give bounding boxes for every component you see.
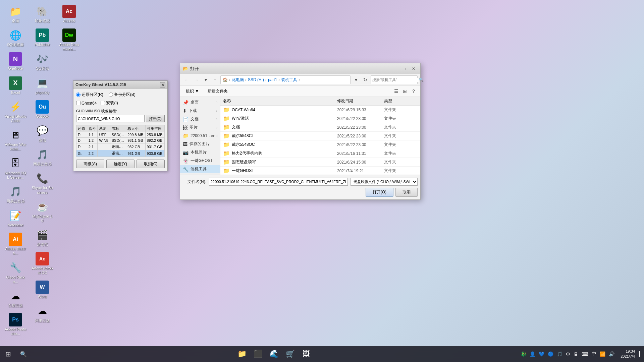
- sidebar-item-pictures[interactable]: 🖼 图片 ›: [180, 123, 220, 132]
- table-row[interactable]: G: 2:2 逻辑… 931 GB 930.8 GB: [76, 150, 165, 157]
- close-button[interactable]: ✕: [410, 65, 418, 72]
- filetype-select[interactable]: 光盘映像文件 (*.GHO;*.WIM;*.SWI: [351, 178, 418, 186]
- desktop-icon-illustrator[interactable]: Ai Adobe Illustra...: [3, 231, 28, 257]
- col-type-header[interactable]: 类型: [384, 98, 418, 104]
- advanced-button[interactable]: 高级(A): [76, 160, 104, 168]
- file-row[interactable]: 📁 一键GHOST 2021/7/4 19:21 文件夹: [220, 167, 420, 175]
- tray-icon-7[interactable]: ⌨: [581, 351, 589, 357]
- desktop-icon-aliyun[interactable]: ☁ 阿里云盘: [30, 303, 54, 324]
- maximize-button[interactable]: □: [400, 65, 408, 72]
- desktop-icon-vmware[interactable]: 🖥 VMware Workstat...: [3, 127, 28, 153]
- volume-icon[interactable]: 🔊: [608, 351, 615, 357]
- up-button[interactable]: ↑: [211, 76, 219, 84]
- table-row[interactable]: F: 2:1 逻辑… 932 GB 931.7 GB: [76, 143, 165, 150]
- search-input[interactable]: [372, 78, 419, 82]
- desktop-icon-word[interactable]: W Word: [30, 279, 54, 300]
- desktop-icon-neteasemusic[interactable]: 🎵 网易云音乐: [3, 184, 28, 205]
- tray-icon-6[interactable]: ⚙: [565, 351, 571, 357]
- open-path-button[interactable]: 打开(O): [146, 115, 165, 122]
- breadcrumb-expand-button[interactable]: ▾: [352, 76, 360, 84]
- cancel-button[interactable]: 取消(C): [137, 160, 165, 168]
- minimize-button[interactable]: ─: [391, 65, 399, 72]
- filename-input[interactable]: [209, 178, 348, 186]
- desktop-icon-outlook[interactable]: Ou Outlook: [30, 99, 54, 120]
- confirm-button[interactable]: 确定(Y): [106, 160, 135, 168]
- breadcrumb-pc[interactable]: 此电脑: [232, 77, 244, 83]
- sidebar-item-downloads[interactable]: ⬇ 下载 ›: [180, 107, 220, 115]
- ghost64-checkbox[interactable]: Ghost64: [76, 100, 97, 106]
- table-row[interactable]: D: 1:2 WIN8 SSD(… 931.1 GB 892.2 GB: [76, 138, 165, 143]
- desktop-icon-access[interactable]: Ac Access: [57, 3, 81, 24]
- search-box[interactable]: 🔍: [371, 75, 418, 84]
- list-view-button[interactable]: ☰: [392, 87, 400, 95]
- desktop-icon-sql-server[interactable]: 🗄 Microsoft SQL Server...: [3, 156, 28, 181]
- desktop-icon-wechat[interactable]: 💬 微信: [30, 123, 54, 144]
- file-row[interactable]: 📁 格力2代手机内购 2021/5/16 11:31 文件夹: [220, 149, 420, 158]
- cancel-button[interactable]: 取消: [395, 188, 418, 197]
- breadcrumb-ssd[interactable]: SSD (H:): [248, 77, 264, 82]
- sidebar-item-camera[interactable]: 📷 本机照片: [180, 148, 220, 157]
- refresh-button[interactable]: ↻: [361, 76, 369, 84]
- desktop-icon-publisher[interactable]: Pb Publisher: [30, 27, 54, 48]
- restore-radio[interactable]: 还原分区(R): [76, 92, 103, 98]
- desktop-icon-iqiyi[interactable]: 🎬 爱奇艺: [30, 227, 54, 248]
- breadcrumb-tools[interactable]: 装机工具: [281, 77, 297, 83]
- taskbar-icon-explorer[interactable]: 📁: [234, 347, 249, 361]
- taskbar-icon-store[interactable]: 🛒: [283, 347, 298, 361]
- taskbar-clock[interactable]: 19:34 2021/7/4: [618, 349, 638, 359]
- desktop-icon-folder[interactable]: 📁 桌面: [3, 3, 28, 24]
- forward-button[interactable]: →: [192, 76, 200, 84]
- col-date-header[interactable]: 修改日期: [337, 98, 384, 104]
- desktop-icon-yinxiang[interactable]: 🐘 印象笔记: [30, 3, 54, 24]
- file-row[interactable]: 📁 文档 2021/5/22 23:00 文件夹: [220, 123, 420, 132]
- desktop-icon-dreamweaver[interactable]: Dw Adobe Dreamwea...: [57, 27, 81, 53]
- dropdown-button[interactable]: ▾: [202, 76, 210, 84]
- tray-icon-1[interactable]: 🐉: [520, 351, 527, 357]
- wifi-icon[interactable]: 📶: [599, 351, 606, 357]
- desktop-icon-qqmusic[interactable]: 🎶 QQ音乐: [30, 51, 54, 72]
- install-checkbox[interactable]: 安装(I): [101, 100, 118, 106]
- file-row[interactable]: 📁 戴尔5548CL 2021/5/22 23:00 文件夹: [220, 132, 420, 140]
- desktop-icon-phpstidy[interactable]: 💻 phpstidy: [30, 75, 54, 96]
- col-name-header[interactable]: 名称: [223, 98, 337, 104]
- breadcrumb[interactable]: 🏠 › 此电脑 › SSD (H:) › part1 › 装机工具 ›: [220, 75, 351, 84]
- breadcrumb-home[interactable]: 🏠: [223, 77, 228, 82]
- sidebar-item-documents[interactable]: 📄 文档 ›: [180, 115, 220, 123]
- desktop-icon-acrobat[interactable]: Ac Adobe Acrobat DC: [30, 251, 54, 276]
- file-row[interactable]: 📁 戴尔5548OC 2021/5/22 23:00 文件夹: [220, 140, 420, 149]
- desktop-icon-notepad[interactable]: 📝 Notebase: [3, 207, 28, 229]
- desktop-icon-netease2[interactable]: 🎵 网易云音乐: [30, 146, 54, 168]
- desktop-icon-cisco[interactable]: 🔧 Cisco Packe...: [3, 260, 28, 285]
- desktop-icon-skype[interactable]: 📞 Skype for Business: [30, 170, 54, 196]
- sidebar-item-ghost[interactable]: 👻 一键GHOST: [180, 157, 220, 165]
- tray-icon-4[interactable]: 🔵: [547, 351, 554, 357]
- desktop-icon-excel[interactable]: X Excel: [3, 75, 28, 96]
- grid-view-button[interactable]: ⊞: [401, 87, 409, 95]
- sidebar-item-desktop[interactable]: 📌 桌面 ›: [180, 98, 220, 107]
- tray-icon-2[interactable]: 👤: [529, 351, 536, 357]
- show-desktop-button[interactable]: ▎: [638, 351, 644, 357]
- desktop-icon-baidu[interactable]: ☁ 百度云盘: [3, 288, 28, 309]
- back-button[interactable]: ←: [183, 76, 191, 84]
- start-button[interactable]: ⊞: [0, 346, 16, 362]
- search-icon[interactable]: 🔍: [419, 77, 424, 82]
- file-row[interactable]: 📁 固态硬盘读写 2021/6/24 15:00 文件夹: [220, 158, 420, 167]
- breadcrumb-part1[interactable]: part1: [268, 77, 277, 82]
- taskbar-search-button[interactable]: 🔍: [17, 348, 30, 360]
- sidebar-item-tools[interactable]: 🔧 装机工具: [180, 165, 220, 173]
- organize-button[interactable]: 组织 ▼: [183, 87, 202, 95]
- open-button[interactable]: 打开(O): [366, 188, 393, 197]
- tray-icon-monitor[interactable]: 🖥: [573, 351, 579, 357]
- path-input[interactable]: [76, 115, 145, 122]
- taskbar-icon-task-view[interactable]: ⬛: [251, 347, 265, 361]
- sidebar-item-22000[interactable]: 📁 22000.51_armi: [180, 132, 220, 140]
- help-button[interactable]: ?: [410, 87, 418, 95]
- tray-icon-5[interactable]: 🎵: [556, 351, 563, 357]
- backup-radio[interactable]: 备份分区(B): [109, 92, 136, 98]
- table-row[interactable]: E: 1:1 UEFI SSD(… 299.8 MB 253.8 MB: [76, 132, 165, 138]
- desktop-icon-qq-browser[interactable]: 🌐 QQ浏览器: [3, 27, 28, 48]
- taskbar-icon-edge[interactable]: 🌊: [267, 347, 281, 361]
- onekey-close-button[interactable]: ✕: [160, 82, 165, 87]
- tray-icon-3[interactable]: 💙: [538, 351, 545, 357]
- taskbar-icon-photos[interactable]: 🖼: [299, 347, 314, 361]
